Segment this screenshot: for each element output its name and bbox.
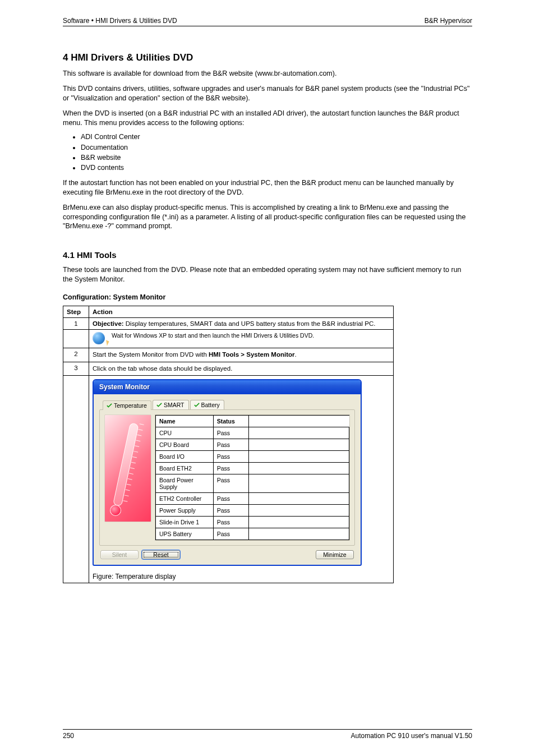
sensor-table: Name Status CPUPass CPU BoardPass <box>155 415 349 540</box>
thermometer-stem-icon <box>113 422 139 506</box>
reset-button[interactable]: Reset <box>142 550 180 559</box>
tab-battery[interactable]: Battery <box>190 400 224 409</box>
cell-blank <box>248 463 349 474</box>
checkmark-icon <box>107 403 112 408</box>
step-cell <box>63 330 89 348</box>
cell-blank <box>248 451 349 463</box>
manual-version: Automation PC 910 user's manual V1.50 <box>351 732 472 740</box>
action-cell: Objective: Display temperatures, SMART d… <box>89 318 394 330</box>
section-4-bullet-list: ADI Control Center Documentation B&R web… <box>63 132 472 173</box>
section-4-p4: If the autostart function has not been e… <box>63 178 472 197</box>
note-text: Wait for Windows XP to start and then la… <box>112 332 314 339</box>
th-status[interactable]: Status <box>213 416 248 427</box>
page-footer: 250 Automation PC 910 user's manual V1.5… <box>63 729 472 740</box>
system-monitor-window: System Monitor Temperature SMART <box>93 379 362 566</box>
cell-blank <box>248 505 349 517</box>
step-cell <box>63 376 89 583</box>
menu-path: HMI Tools > System Monitor <box>209 351 294 358</box>
table-row: Board ETH2Pass <box>156 463 349 474</box>
section-4-title: 4 HMI Drivers & Utilities DVD <box>63 52 472 63</box>
windows-xp-icon <box>93 332 108 345</box>
table-row: CPU BoardPass <box>156 439 349 451</box>
cell-status: Pass <box>213 528 248 540</box>
config-caption: Configuration: System Monitor <box>63 293 472 301</box>
cell-name[interactable]: Board I/O <box>156 451 214 463</box>
header-right: B&R Hypervisor <box>425 17 472 25</box>
cell-blank <box>248 528 349 540</box>
cell-blank <box>248 474 349 493</box>
tab-temperature[interactable]: Temperature <box>103 400 151 410</box>
page-header: Software • HMI Drivers & Utilities DVD B… <box>63 17 472 26</box>
cell-status: Pass <box>213 505 248 517</box>
list-item: ADI Control Center <box>81 132 472 142</box>
table-row: Wait for Windows XP to start and then la… <box>63 330 394 348</box>
cell-name[interactable]: CPU <box>156 427 214 439</box>
cell-blank <box>248 439 349 451</box>
cell-name[interactable]: ETH2 Controller <box>156 493 214 505</box>
sysmon-titlebar[interactable]: System Monitor <box>94 380 361 394</box>
tab-label: SMART <box>164 402 185 408</box>
cell-name[interactable]: Power Supply <box>156 505 214 517</box>
page-number: 250 <box>63 732 74 740</box>
section-4-p5: BrMenu.exe can also display product-spec… <box>63 203 472 232</box>
objective-label: Objective: <box>93 320 124 327</box>
cell-name[interactable]: Board ETH2 <box>156 463 214 474</box>
figure-caption: Figure: Temperature display <box>93 573 390 580</box>
sysmon-button-row: Silent Reset Minimize <box>99 550 355 560</box>
section-4-p1: This software is available for download … <box>63 69 472 79</box>
figure-cell: System Monitor Temperature SMART <box>89 376 394 583</box>
thermometer-bulb-icon <box>110 505 121 516</box>
cell-status: Pass <box>213 474 248 493</box>
cell-blank <box>248 517 349 528</box>
table-row: ETH2 ControllerPass <box>156 493 349 505</box>
cell-name[interactable]: Board Power Supply <box>156 474 214 493</box>
action-cell: Start the System Monitor from DVD with H… <box>89 348 394 362</box>
table-row: System Monitor Temperature SMART <box>63 376 394 583</box>
cell-name[interactable]: Slide-in Drive 1 <box>156 517 214 528</box>
silent-button[interactable]: Silent <box>100 550 139 559</box>
tab-smart[interactable]: SMART <box>153 400 189 409</box>
tab-label: Battery <box>201 402 220 408</box>
cell-blank <box>248 493 349 505</box>
step-cell: 1 <box>63 318 89 330</box>
config-table: Step Action 1 Objective: Display tempera… <box>63 306 394 583</box>
tab-label: Temperature <box>114 402 147 409</box>
section-4-p2: This DVD contains drivers, utilities, so… <box>63 84 472 103</box>
table-row: Slide-in Drive 1Pass <box>156 517 349 528</box>
sysmon-grid: Name Status CPUPass CPU BoardPass <box>155 414 350 541</box>
cell-name[interactable]: CPU Board <box>156 439 214 451</box>
table-row: CPUPass <box>156 427 349 439</box>
thermometer-graphic: TEMPERATURE <box>104 414 151 522</box>
table-row: 2 Start the System Monitor from DVD with… <box>63 348 394 362</box>
spacer <box>183 550 312 559</box>
list-item: DVD contents <box>81 163 472 173</box>
th-blank[interactable] <box>248 416 349 427</box>
sysmon-panel: TEMPERATURE <box>99 409 355 546</box>
cell-status: Pass <box>213 517 248 528</box>
table-row: 1 Objective: Display temperatures, SMART… <box>63 318 394 330</box>
objective-text: Display temperatures, SMART data and UPS… <box>126 320 376 327</box>
list-item: Documentation <box>81 142 472 153</box>
checkmark-icon <box>156 403 162 407</box>
minimize-button[interactable]: Minimize <box>316 550 354 559</box>
text-before: Start the System Monitor from DVD with <box>93 351 209 358</box>
table-row: Power SupplyPass <box>156 505 349 517</box>
text-after: . <box>295 351 297 358</box>
step-cell: 3 <box>63 362 89 376</box>
section-4-p3: When the DVD is inserted (on a B&R indus… <box>63 109 472 128</box>
section-41-p1: These tools are launched from the DVD. P… <box>63 265 472 284</box>
table-row: Board I/OPass <box>156 451 349 463</box>
header-left: Software • HMI Drivers & Utilities DVD <box>63 17 177 25</box>
action-cell: Click on the tab whose data should be di… <box>89 362 394 376</box>
cell-status: Pass <box>213 439 248 451</box>
sysmon-tabs: Temperature SMART Battery <box>103 400 355 409</box>
cell-name[interactable]: UPS Battery <box>156 528 214 540</box>
cell-status: Pass <box>213 493 248 505</box>
th-name[interactable]: Name <box>156 416 214 427</box>
cell-status: Pass <box>213 463 248 474</box>
table-row: 3 Click on the tab whose data should be … <box>63 362 394 376</box>
checkmark-icon <box>194 403 200 407</box>
action-cell: Wait for Windows XP to start and then la… <box>89 330 394 348</box>
cell-blank <box>248 427 349 439</box>
th-action: Action <box>89 306 394 318</box>
